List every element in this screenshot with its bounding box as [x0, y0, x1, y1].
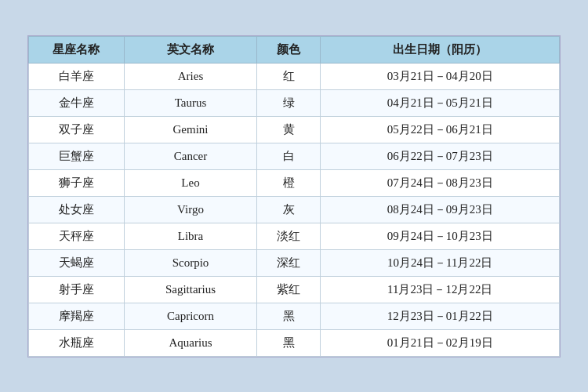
cell-0: 天蝎座 — [29, 249, 125, 276]
cell-2: 深红 — [257, 249, 321, 276]
table-row: 天秤座Libra淡红09月24日－10月23日 — [29, 223, 560, 249]
cell-0: 水瓶座 — [29, 329, 125, 356]
cell-3: 11月23日－12月22日 — [321, 276, 560, 303]
header-date: 出生日期（阳历） — [321, 36, 560, 63]
cell-3: 12月23日－01月22日 — [321, 303, 560, 329]
table-row: 狮子座Leo橙07月24日－08月23日 — [29, 169, 560, 196]
table-row: 巨蟹座Cancer白06月22日－07月23日 — [29, 143, 560, 169]
table-row: 射手座Sagittarius紫红11月23日－12月22日 — [29, 276, 560, 303]
table-row: 天蝎座Scorpio深红10月24日－11月22日 — [29, 249, 560, 276]
cell-0: 射手座 — [29, 276, 125, 303]
cell-1: Leo — [124, 169, 256, 196]
cell-0: 处女座 — [29, 196, 125, 223]
cell-2: 白 — [257, 143, 321, 169]
cell-3: 03月21日－04月20日 — [321, 63, 560, 89]
cell-0: 摩羯座 — [29, 303, 125, 329]
cell-0: 金牛座 — [29, 89, 125, 116]
table-row: 金牛座Taurus绿04月21日－05月21日 — [29, 89, 560, 116]
cell-1: Scorpio — [124, 249, 256, 276]
cell-3: 04月21日－05月21日 — [321, 89, 560, 116]
zodiac-table-container: 星座名称 英文名称 颜色 出生日期（阳历） 白羊座Aries红03月21日－04… — [27, 35, 561, 358]
table-row: 双子座Gemini黄05月22日－06月21日 — [29, 116, 560, 143]
cell-2: 灰 — [257, 196, 321, 223]
cell-1: Aquarius — [124, 329, 256, 356]
cell-3: 08月24日－09月23日 — [321, 196, 560, 223]
cell-2: 紫红 — [257, 276, 321, 303]
cell-3: 07月24日－08月23日 — [321, 169, 560, 196]
cell-0: 天秤座 — [29, 223, 125, 249]
table-header-row: 星座名称 英文名称 颜色 出生日期（阳历） — [29, 36, 560, 63]
cell-2: 淡红 — [257, 223, 321, 249]
cell-0: 白羊座 — [29, 63, 125, 89]
cell-2: 橙 — [257, 169, 321, 196]
table-row: 白羊座Aries红03月21日－04月20日 — [29, 63, 560, 89]
cell-2: 黑 — [257, 303, 321, 329]
cell-1: Gemini — [124, 116, 256, 143]
cell-2: 红 — [257, 63, 321, 89]
table-row: 摩羯座Capricorn黑12月23日－01月22日 — [29, 303, 560, 329]
cell-0: 狮子座 — [29, 169, 125, 196]
cell-3: 05月22日－06月21日 — [321, 116, 560, 143]
cell-1: Sagittarius — [124, 276, 256, 303]
table-body: 白羊座Aries红03月21日－04月20日金牛座Taurus绿04月21日－0… — [29, 63, 560, 356]
cell-2: 黄 — [257, 116, 321, 143]
cell-1: Taurus — [124, 89, 256, 116]
header-english: 英文名称 — [124, 36, 256, 63]
cell-3: 01月21日－02月19日 — [321, 329, 560, 356]
cell-2: 黑 — [257, 329, 321, 356]
cell-1: Aries — [124, 63, 256, 89]
zodiac-table: 星座名称 英文名称 颜色 出生日期（阳历） 白羊座Aries红03月21日－04… — [28, 36, 560, 357]
header-color: 颜色 — [257, 36, 321, 63]
header-chinese: 星座名称 — [29, 36, 125, 63]
cell-1: Virgo — [124, 196, 256, 223]
table-row: 处女座Virgo灰08月24日－09月23日 — [29, 196, 560, 223]
table-row: 水瓶座Aquarius黑01月21日－02月19日 — [29, 329, 560, 356]
cell-3: 10月24日－11月22日 — [321, 249, 560, 276]
cell-1: Libra — [124, 223, 256, 249]
cell-3: 09月24日－10月23日 — [321, 223, 560, 249]
cell-0: 巨蟹座 — [29, 143, 125, 169]
cell-0: 双子座 — [29, 116, 125, 143]
cell-1: Capricorn — [124, 303, 256, 329]
cell-2: 绿 — [257, 89, 321, 116]
cell-1: Cancer — [124, 143, 256, 169]
cell-3: 06月22日－07月23日 — [321, 143, 560, 169]
